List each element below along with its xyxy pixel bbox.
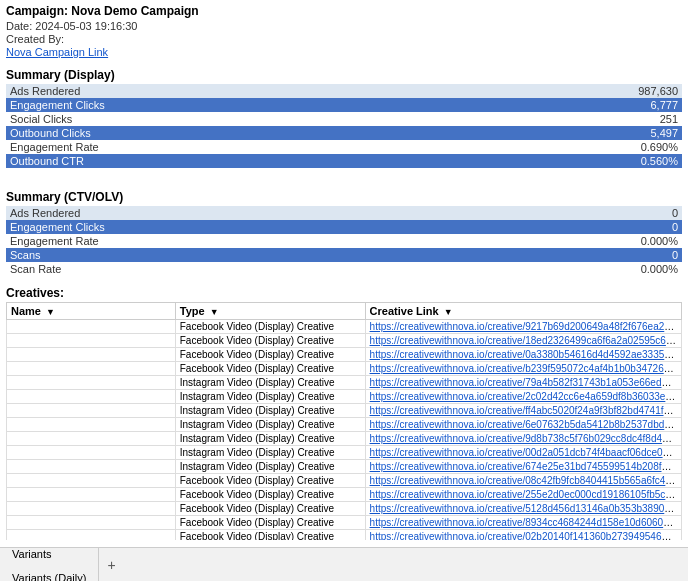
summary-display-row: Engagement Clicks6,777 [6,98,682,112]
creative-link[interactable]: https://creativewithnova.io/creative/79a… [370,377,682,388]
creative-link[interactable]: https://creativewithnova.io/creative/18e… [370,335,682,346]
creative-name [7,348,176,362]
creative-type: Facebook Video (Display) Creative [175,362,365,376]
creative-link[interactable]: https://creativewithnova.io/creative/674… [370,461,682,472]
creative-row: Facebook Video (Display) Creativehttps:/… [7,488,682,502]
ctv-value: 0 [429,220,683,234]
creative-link[interactable]: https://creativewithnova.io/creative/ff4… [370,405,680,416]
creative-name [7,530,176,541]
summary-display-table: Ads Rendered987,630Engagement Clicks6,77… [6,84,682,168]
creative-row: Instagram Video (Display) Creativehttps:… [7,460,682,474]
summary-label: Outbound Clicks [6,126,429,140]
creative-name [7,334,176,348]
ctv-label: Scans [6,248,429,262]
name-sort-icon[interactable]: ▼ [46,307,55,317]
summary-ctv-section: Summary (CTV/OLV) Ads Rendered0Engagemen… [6,190,682,276]
main-content: Campaign: Nova Demo Campaign Date: 2024-… [0,0,688,540]
creative-row: Facebook Video (Display) Creativehttps:/… [7,502,682,516]
link-sort-icon[interactable]: ▼ [444,307,453,317]
creative-row: Instagram Video (Display) Creativehttps:… [7,390,682,404]
creative-link[interactable]: https://creativewithnova.io/creative/255… [370,489,682,500]
summary-ctv-row: Scan Rate0.000% [6,262,682,276]
creative-type: Facebook Video (Display) Creative [175,334,365,348]
col-header-name[interactable]: Name ▼ [7,303,176,320]
creative-link[interactable]: https://creativewithnova.io/creative/2c0… [370,391,682,402]
creative-type: Facebook Video (Display) Creative [175,474,365,488]
creative-name [7,376,176,390]
creative-type: Instagram Video (Display) Creative [175,432,365,446]
summary-display-section: Summary (Display) Ads Rendered987,630Eng… [6,68,682,168]
summary-value: 251 [429,112,683,126]
creative-row: Instagram Video (Display) Creativehttps:… [7,404,682,418]
creative-name [7,460,176,474]
creative-name [7,446,176,460]
creative-type: Facebook Video (Display) Creative [175,320,365,334]
creative-type: Instagram Video (Display) Creative [175,404,365,418]
creative-link-cell: https://creativewithnova.io/creative/02b… [365,530,681,541]
creatives-title: Creatives: [6,286,682,300]
creative-name [7,418,176,432]
creative-type: Instagram Video (Display) Creative [175,418,365,432]
summary-value: 5,497 [429,126,683,140]
creative-row: Facebook Video (Display) Creativehttps:/… [7,362,682,376]
creative-name [7,502,176,516]
campaign-link[interactable]: Nova Campaign Link [6,46,108,58]
creative-row: Facebook Video (Display) Creativehttps:/… [7,334,682,348]
summary-label: Engagement Clicks [6,98,429,112]
ctv-value: 0 [429,248,683,262]
creative-link-cell: https://creativewithnova.io/creative/6e0… [365,418,681,432]
creative-link[interactable]: https://creativewithnova.io/creative/08c… [370,475,682,486]
creative-type: Instagram Video (Display) Creative [175,390,365,404]
creative-row: Facebook Video (Display) Creativehttps:/… [7,530,682,541]
creative-link[interactable]: https://creativewithnova.io/creative/0a3… [370,349,682,360]
creative-link-cell: https://creativewithnova.io/creative/512… [365,502,681,516]
col-header-type[interactable]: Type ▼ [175,303,365,320]
tab-variants[interactable]: Variants [0,547,99,566]
campaign-header: Campaign: Nova Demo Campaign Date: 2024-… [6,4,682,58]
summary-label: Ads Rendered [6,84,429,98]
summary-label: Engagement Rate [6,140,429,154]
summary-value: 0.560% [429,154,683,168]
creative-link[interactable]: https://creativewithnova.io/creative/921… [370,321,682,332]
tab-variants-daily[interactable]: Variants (Daily) [0,566,99,582]
ctv-label: Ads Rendered [6,206,429,220]
creative-row: Facebook Video (Display) Creativehttps:/… [7,320,682,334]
creative-row: Instagram Video (Display) Creativehttps:… [7,376,682,390]
creative-link-cell: https://creativewithnova.io/creative/0a3… [365,348,681,362]
creative-name [7,432,176,446]
creative-link-cell: https://creativewithnova.io/creative/ff4… [365,404,681,418]
creative-row: Facebook Video (Display) Creativehttps:/… [7,348,682,362]
creative-link[interactable]: https://creativewithnova.io/creative/00d… [370,447,682,458]
creative-link[interactable]: https://creativewithnova.io/creative/6e0… [370,419,682,430]
creative-name [7,404,176,418]
creative-name [7,488,176,502]
col-header-link[interactable]: Creative Link ▼ [365,303,681,320]
ctv-label: Scan Rate [6,262,429,276]
creative-link[interactable]: https://creativewithnova.io/creative/9d8… [370,433,682,444]
summary-value: 6,777 [429,98,683,112]
summary-display-title: Summary (Display) [6,68,682,82]
summary-label: Social Clicks [6,112,429,126]
creative-link[interactable]: https://creativewithnova.io/creative/512… [370,503,682,514]
creative-link[interactable]: https://creativewithnova.io/creative/02b… [370,531,682,540]
creative-link-cell: https://creativewithnova.io/creative/674… [365,460,681,474]
campaign-title: Campaign: Nova Demo Campaign [6,4,682,18]
summary-value: 0.690% [429,140,683,154]
creative-link-cell: https://creativewithnova.io/creative/255… [365,488,681,502]
creative-link[interactable]: https://creativewithnova.io/creative/893… [370,517,682,528]
campaign-created-by: Created By: [6,33,682,45]
summary-ctv-row: Engagement Rate0.000% [6,234,682,248]
campaign-date: Date: 2024-05-03 19:16:30 [6,20,682,32]
ctv-value: 0.000% [429,262,683,276]
summary-label: Outbound CTR [6,154,429,168]
type-sort-icon[interactable]: ▼ [210,307,219,317]
creative-row: Instagram Video (Display) Creativehttps:… [7,418,682,432]
ctv-value: 0.000% [429,234,683,248]
creative-type: Facebook Video (Display) Creative [175,348,365,362]
creative-link-cell: https://creativewithnova.io/creative/18e… [365,334,681,348]
creative-link[interactable]: https://creativewithnova.io/creative/b23… [370,363,682,374]
creative-row: Facebook Video (Display) Creativehttps:/… [7,516,682,530]
summary-ctv-row: Ads Rendered0 [6,206,682,220]
tab-add-button[interactable]: + [99,553,123,577]
summary-display-row: Engagement Rate0.690% [6,140,682,154]
